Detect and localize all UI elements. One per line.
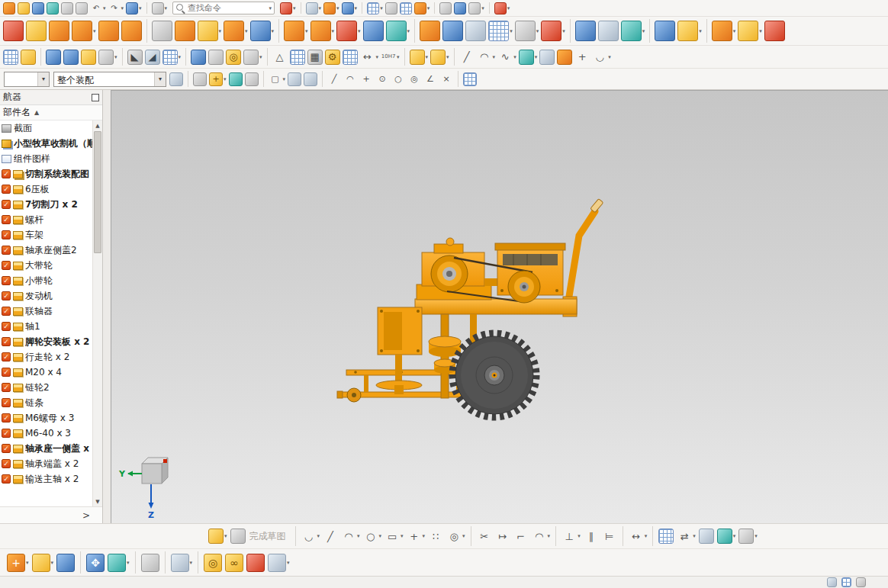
delete-face-button[interactable]: [465, 20, 487, 42]
tree-item[interactable]: ✓输送主轴 x 2: [0, 471, 92, 487]
trim-sheet-button[interactable]: [556, 49, 573, 66]
arrangements-button[interactable]: ▾: [267, 553, 291, 573]
dropdown-arrow-icon[interactable]: ▾: [319, 5, 322, 11]
visibility-checkbox[interactable]: ✓: [2, 185, 11, 194]
ring-button[interactable]: ◎: [225, 49, 242, 66]
sketch-relations-button[interactable]: [658, 528, 674, 545]
dropdown-arrow-icon[interactable]: ▾: [103, 5, 106, 11]
dropdown-arrow-icon[interactable]: ▾: [332, 28, 335, 34]
visibility-checkbox[interactable]: ✓: [2, 413, 11, 423]
mirror-feature-button[interactable]: ▾: [620, 20, 646, 42]
dropdown-arrow-icon[interactable]: ▾: [127, 560, 130, 566]
filter-add-button[interactable]: +▾: [208, 72, 227, 87]
dropdown-arrow-icon[interactable]: ▾: [578, 533, 581, 539]
tree-item[interactable]: 小型牧草收割机（顺: [0, 136, 92, 151]
window-button[interactable]: ▾: [125, 2, 143, 15]
triad-cube[interactable]: [142, 464, 162, 484]
component-position-button[interactable]: [140, 553, 160, 573]
reattach-sketch-button[interactable]: ▾: [716, 528, 737, 545]
spell-check-button[interactable]: ▾: [98, 49, 118, 66]
visibility-checkbox[interactable]: ✓: [2, 215, 11, 224]
note-status-button[interactable]: [855, 577, 867, 588]
model-compare-button[interactable]: [63, 49, 79, 66]
rectangle-select-button[interactable]: ▢▾: [268, 72, 287, 87]
dropdown-arrow-icon[interactable]: ▾: [427, 5, 430, 11]
datum-plane-button[interactable]: [2, 20, 24, 42]
rectangle-button[interactable]: ▭▾: [384, 528, 404, 545]
dropdown-arrow-icon[interactable]: ▾: [407, 28, 410, 34]
dropdown-arrow-icon[interactable]: ▾: [645, 533, 648, 539]
convert-reference-button[interactable]: ⇄▾: [676, 528, 697, 545]
grid-button[interactable]: [399, 2, 413, 15]
copy-button[interactable]: [60, 2, 74, 15]
dropdown-arrow-icon[interactable]: ▾: [376, 54, 379, 60]
point-line-button[interactable]: ╱: [458, 49, 475, 66]
tree-item[interactable]: ✓发动机: [0, 288, 92, 304]
chain-button[interactable]: ∞: [224, 553, 244, 573]
dropdown-arrow-icon[interactable]: ▾: [283, 76, 286, 82]
blend-surface-button[interactable]: ▾: [518, 49, 539, 66]
show-constraints-button[interactable]: ⊨: [601, 528, 618, 545]
undo-button[interactable]: ↶▾: [89, 2, 107, 15]
sketch-task-env-button[interactable]: ▾: [208, 528, 228, 545]
assembly-constraints-button[interactable]: ▾: [107, 553, 130, 573]
snap-quadrant-button[interactable]: ◎: [407, 72, 422, 87]
tree-item[interactable]: ✓小带轮: [0, 273, 92, 288]
visibility-checkbox[interactable]: ✓: [2, 246, 11, 255]
tree-item[interactable]: ✓车架: [0, 227, 92, 243]
annotation-button[interactable]: [20, 49, 37, 66]
curve-on-face-button[interactable]: ◡▾: [591, 49, 612, 66]
visualization-button[interactable]: ▾: [305, 2, 323, 15]
rib-button[interactable]: [121, 20, 143, 42]
screen-layout-button[interactable]: ▾: [279, 2, 297, 15]
save-button[interactable]: [31, 2, 45, 15]
close-part-button[interactable]: [764, 20, 786, 42]
scroll-down-icon[interactable]: ▼: [93, 496, 102, 506]
dropdown-arrow-icon[interactable]: ▾: [224, 533, 227, 539]
fillet-button[interactable]: ◠▾: [531, 528, 552, 545]
swept-button[interactable]: ▾: [310, 20, 336, 42]
dropdown-arrow-icon[interactable]: ▾: [642, 28, 645, 34]
add-component-button[interactable]: +▾: [6, 553, 30, 573]
dropdown-arrow-icon[interactable]: ▾: [423, 533, 426, 539]
dropdown-arrow-icon[interactable]: ▾: [513, 54, 516, 60]
visibility-checkbox[interactable]: ✓: [2, 230, 11, 239]
dropdown-arrow-icon[interactable]: ▾: [754, 533, 758, 539]
paste-button[interactable]: [75, 2, 88, 15]
profile-button[interactable]: ◡▾: [301, 528, 321, 545]
dropdown-arrow-icon[interactable]: ▾: [548, 533, 551, 539]
dropdown-arrow-icon[interactable]: ▾: [481, 5, 484, 11]
visibility-checkbox[interactable]: ✓: [2, 337, 11, 346]
view-orient-button[interactable]: ▾: [323, 2, 340, 15]
tree-item[interactable]: 截面: [0, 120, 92, 136]
tree-item[interactable]: ✓行走轮 x 2: [0, 349, 92, 365]
revolve-button[interactable]: ▾: [71, 20, 97, 42]
tree-item[interactable]: ✓链条: [0, 395, 92, 410]
tree-item[interactable]: ✓轴1: [0, 319, 92, 334]
hole-table-button[interactable]: [342, 49, 359, 66]
relations-browser-button[interactable]: [80, 49, 97, 66]
gear-pair-button[interactable]: ⚙: [324, 49, 341, 66]
hole-button[interactable]: [98, 20, 120, 42]
export-button[interactable]: ▾: [737, 20, 763, 42]
dropdown-arrow-icon[interactable]: ▾: [357, 533, 360, 539]
visibility-checkbox[interactable]: ✓: [2, 398, 11, 407]
orient-sketch-button[interactable]: [698, 528, 715, 545]
expressions-button[interactable]: [654, 20, 676, 42]
move-component-button[interactable]: ✥: [85, 553, 105, 573]
tree-item[interactable]: ✓7切割刀 x 2: [0, 197, 92, 212]
pattern-component-button[interactable]: ▾: [31, 553, 55, 573]
split-body-button[interactable]: [442, 20, 464, 42]
tree-item[interactable]: ✓轴承座侧盖2: [0, 243, 92, 258]
import-button[interactable]: [45, 49, 62, 66]
offset-surface-button[interactable]: ▾: [385, 20, 411, 42]
dropdown-arrow-icon[interactable]: ▾: [380, 5, 383, 11]
dropdown-arrow-icon[interactable]: ▾: [699, 28, 702, 34]
snap-circle-button[interactable]: ○: [391, 72, 406, 87]
arc-button[interactable]: ◠▾: [340, 528, 361, 545]
trim-body-button[interactable]: [419, 20, 441, 42]
command-finder[interactable]: ▾: [172, 2, 275, 14]
dropdown-arrow-icon[interactable]: ▾: [493, 54, 496, 60]
line-button[interactable]: ╱: [322, 528, 339, 545]
offset-curve-button[interactable]: ◎▾: [446, 528, 466, 545]
